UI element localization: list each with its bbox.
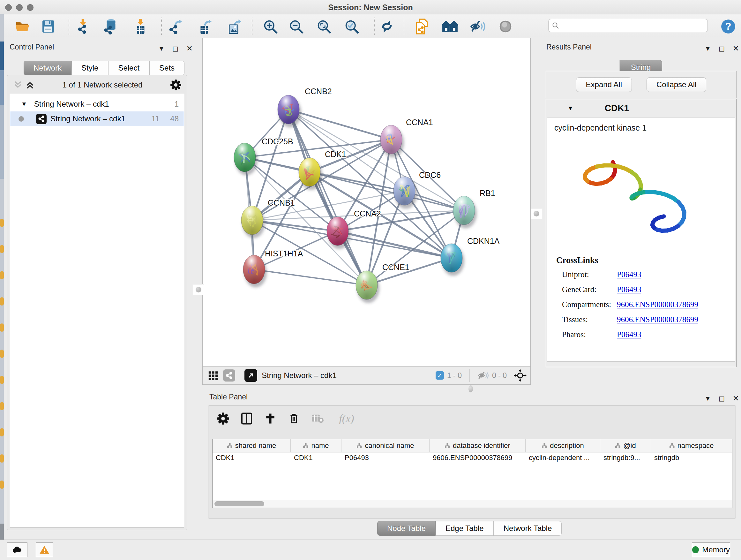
- expand-all-button[interactable]: Expand All: [576, 77, 632, 92]
- save-session-icon[interactable]: [40, 18, 57, 35]
- hide-selected-icon[interactable]: [469, 18, 486, 35]
- network-node-CCNE1[interactable]: [356, 271, 380, 303]
- results-panel-menu-icon[interactable]: ▼: [704, 45, 711, 52]
- node-label-CDC6: CDC6: [419, 171, 441, 179]
- column-tree-icon: [227, 443, 232, 449]
- toolbar-separator: [252, 17, 253, 35]
- crosslink-label: Compartments:: [562, 300, 611, 309]
- result-entry-header[interactable]: ▼ CDK1: [547, 100, 735, 116]
- show-columns-icon[interactable]: [240, 412, 254, 426]
- expand-all-networks-icon[interactable]: [25, 80, 35, 89]
- import-table-icon[interactable]: [132, 18, 149, 35]
- collection-collapse-icon[interactable]: ▼: [21, 101, 27, 108]
- tab-network[interactable]: Network: [23, 61, 71, 75]
- entry-collapse-icon[interactable]: ▼: [567, 105, 574, 112]
- zoom-selected-icon[interactable]: [343, 18, 360, 35]
- column-header-description[interactable]: description: [526, 439, 600, 452]
- network-node-HIST1H1A[interactable]: [243, 255, 267, 287]
- control-panel-close-icon[interactable]: ✕: [186, 44, 193, 53]
- table-settings-gear-icon[interactable]: [216, 412, 230, 426]
- column-header-shared-name[interactable]: shared name: [212, 439, 291, 452]
- crosslink-link[interactable]: P06493: [617, 285, 641, 294]
- results-panel-close-icon[interactable]: ✕: [733, 44, 739, 53]
- right-splitter-handle[interactable]: [531, 208, 542, 219]
- tab-node-table[interactable]: Node Table: [377, 521, 435, 536]
- refresh-icon[interactable]: [379, 18, 395, 35]
- network-canvas[interactable]: CCNB2 CCNA1 CDC25B CDK1 CDC6 RB1: [203, 38, 530, 367]
- hidden-eye-icon[interactable]: [477, 371, 489, 380]
- column-header-namespace[interactable]: namespace: [651, 439, 732, 452]
- left-splitter-handle[interactable]: [193, 284, 204, 295]
- column-header-name[interactable]: name: [291, 439, 341, 452]
- cloud-status-button[interactable]: [7, 543, 27, 557]
- tab-network-table[interactable]: Network Table: [494, 521, 562, 536]
- open-in-window-icon[interactable]: [245, 369, 257, 382]
- network-node-CCNB2[interactable]: [278, 95, 301, 127]
- warnings-button[interactable]: [36, 543, 53, 557]
- table-horizontal-scrollbar[interactable]: [212, 500, 732, 508]
- crosslink-row: Uniprot: P06493: [562, 270, 728, 279]
- tab-edge-table[interactable]: Edge Table: [435, 521, 494, 536]
- results-panel-float-icon[interactable]: ◻: [719, 44, 725, 53]
- network-selection-summary: 1 of 1 Network selected: [35, 80, 170, 89]
- network-node-RB1[interactable]: [453, 196, 477, 228]
- collection-count: 1: [175, 100, 179, 109]
- network-row[interactable]: String Network – cdk1 11 48: [10, 111, 184, 126]
- memory-label: Memory: [702, 545, 730, 554]
- toolbar-search-box[interactable]: [548, 19, 708, 32]
- import-network-database-icon[interactable]: [103, 18, 119, 35]
- add-column-icon[interactable]: [263, 412, 277, 426]
- export-image-icon[interactable]: [227, 18, 244, 35]
- collapse-all-button[interactable]: Collapse All: [647, 77, 706, 92]
- network-selection-bar: 1 of 1 Network selected: [7, 78, 187, 92]
- zoom-in-icon[interactable]: [262, 18, 279, 35]
- open-file-icon[interactable]: [14, 18, 30, 35]
- tab-sets[interactable]: Sets: [149, 61, 185, 75]
- crosslink-label: Tissues:: [562, 315, 588, 324]
- crosslink-link[interactable]: 9606.ENSP00000378699: [617, 315, 698, 324]
- network-node-CCNA2[interactable]: [327, 217, 350, 249]
- app-window: Session: New Session ? Control Panel ▼ ◻…: [0, 0, 741, 560]
- export-table-icon[interactable]: [197, 18, 214, 35]
- column-header-database-identifier[interactable]: database identifier: [429, 439, 526, 452]
- network-node-CDKN1A[interactable]: [441, 244, 464, 276]
- tab-select[interactable]: Select: [108, 61, 149, 75]
- titlebar: Session: New Session: [0, 0, 741, 14]
- show-all-icon[interactable]: [497, 18, 514, 35]
- table-row[interactable]: CDK1CDK1P064939606.ENSP00000378699cyclin…: [212, 452, 732, 463]
- hidden-counts: 0 - 0: [492, 371, 507, 380]
- control-panel-float-icon[interactable]: ◻: [172, 44, 179, 53]
- pan-crosshair-icon[interactable]: [514, 369, 527, 382]
- node-label-CDKN1A: CDKN1A: [467, 237, 500, 246]
- search-input[interactable]: [559, 21, 693, 30]
- grid-view-icon[interactable]: [208, 370, 219, 381]
- network-options-gear-icon[interactable]: [170, 79, 182, 91]
- crosslink-label: Uniprot:: [562, 270, 589, 279]
- network-node-CCNB1[interactable]: [241, 206, 265, 238]
- clone-network-icon[interactable]: [414, 18, 430, 35]
- help-icon[interactable]: ?: [720, 18, 737, 35]
- table-panel-close-icon[interactable]: ✕: [733, 394, 739, 403]
- scrollbar-thumb[interactable]: [214, 501, 264, 506]
- selected-nodes-checkbox[interactable]: ✓: [435, 371, 444, 380]
- export-network-icon[interactable]: [167, 18, 184, 35]
- table-panel-menu-icon[interactable]: ▼: [704, 395, 711, 402]
- crosslink-link[interactable]: 9606.ENSP00000378699: [617, 300, 698, 309]
- protein-structure-image: [557, 137, 723, 252]
- memory-button[interactable]: Memory: [692, 543, 730, 557]
- network-collection-row[interactable]: ▼ String Network – cdk1 1: [10, 97, 184, 111]
- tab-style[interactable]: Style: [71, 61, 108, 75]
- collapse-all-networks-icon[interactable]: [13, 80, 23, 89]
- network-view: CCNB2 CCNA1 CDC25B CDK1 CDC6 RB1: [202, 38, 531, 385]
- column-header-canonical-name[interactable]: canonical name: [341, 439, 429, 452]
- column-header-id[interactable]: @id: [600, 439, 651, 452]
- crosslink-link[interactable]: P06493: [617, 270, 641, 279]
- delete-column-icon[interactable]: [287, 412, 301, 426]
- crosslink-link[interactable]: P06493: [617, 330, 641, 339]
- birdseye-icon[interactable]: [442, 18, 458, 35]
- zoom-fit-icon[interactable]: [316, 18, 332, 35]
- zoom-out-icon[interactable]: [288, 18, 305, 35]
- import-network-file-icon[interactable]: [75, 18, 91, 35]
- table-panel-float-icon[interactable]: ◻: [719, 394, 725, 403]
- control-panel-menu-icon[interactable]: ▼: [158, 45, 165, 52]
